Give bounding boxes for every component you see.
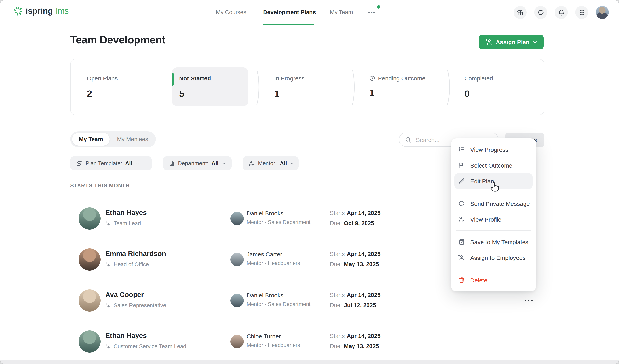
- employee-name[interactable]: Ava Cooper: [105, 291, 144, 299]
- sub-arrow-icon: [105, 344, 111, 349]
- stat-label: Open Plans: [87, 75, 118, 82]
- menu-item-assign-to-employees[interactable]: Assign to Employees: [451, 250, 536, 266]
- empty-value-dash: –: [447, 209, 450, 216]
- apps-grid-icon: [578, 9, 585, 15]
- due-date: Due:Oct 9, 2025: [330, 220, 374, 226]
- menu-divider: [456, 268, 531, 269]
- stat-label: Pending Outcome: [378, 75, 425, 82]
- tab-my-team[interactable]: My Team: [72, 133, 110, 145]
- mentor-subtitle: Mentor · Sales Department: [247, 301, 310, 307]
- pencil-icon: [458, 178, 465, 184]
- filter-plan-template[interactable]: Plan Template: All: [70, 156, 152, 170]
- ispring-flower-icon: [13, 6, 23, 16]
- flag-icon: [458, 162, 465, 169]
- menu-item-view-profile[interactable]: View Profile: [451, 211, 536, 227]
- employee-name[interactable]: Ethan Hayes: [105, 209, 147, 217]
- person-plus-icon: [458, 254, 465, 261]
- filter-value: All: [211, 160, 219, 167]
- stat-not-started-selected[interactable]: Not Started 5: [172, 68, 248, 106]
- menu-item-save-to-my-templates[interactable]: Save to My Templates: [451, 234, 536, 250]
- employee-avatar: [79, 208, 101, 229]
- empty-value-dash: –: [398, 332, 401, 339]
- filter-label: Department:: [178, 160, 208, 167]
- due-date: Due:May 13, 2025: [330, 343, 379, 350]
- due-date: Due:May 13, 2025: [330, 261, 379, 267]
- filter-mentor[interactable]: Mentor: All: [243, 156, 299, 170]
- building-icon: [169, 160, 175, 167]
- mentor-name: James Carter: [247, 251, 282, 257]
- gift-icon: [517, 9, 524, 16]
- employee-avatar: [79, 331, 101, 352]
- menu-item-delete[interactable]: Delete: [451, 272, 536, 288]
- stat-value: 1: [369, 87, 425, 98]
- menu-item-view-progress[interactable]: View Progress: [451, 141, 536, 157]
- profile-arrow-icon: [458, 216, 465, 223]
- chevron-down-icon: [533, 40, 537, 44]
- empty-value-dash: –: [398, 291, 401, 298]
- mentor-subtitle: Mentor · Headquarters: [247, 342, 300, 348]
- empty-value-dash: –: [447, 250, 450, 257]
- menu-divider: [456, 230, 531, 231]
- profile-avatar[interactable]: [596, 6, 609, 19]
- filter-value: All: [280, 160, 287, 167]
- stat-value: 5: [179, 88, 211, 99]
- row-actions-kebab-button[interactable]: [525, 300, 533, 301]
- employee-avatar: [79, 290, 101, 311]
- stat-label: In Progress: [274, 75, 304, 82]
- employee-role: Team Lead: [105, 220, 141, 226]
- assign-plan-button[interactable]: Assign Plan: [479, 35, 544, 49]
- stat-value: 1: [274, 88, 304, 99]
- apps-button[interactable]: [575, 6, 588, 19]
- chevron-down-icon: [290, 161, 295, 166]
- nav-my-courses[interactable]: My Courses: [216, 0, 246, 25]
- app-window: ispring lms My Courses Development Plans…: [0, 0, 619, 364]
- empty-value-dash: –: [447, 332, 450, 339]
- filter-label: Mentor:: [258, 160, 277, 167]
- page-title: Team Development: [70, 34, 165, 46]
- mentor-name: Chloe Turner: [247, 333, 281, 339]
- employee-name[interactable]: Ethan Hayes: [105, 332, 147, 340]
- notifications-button[interactable]: [555, 6, 568, 19]
- employee-name[interactable]: Emma Richardson: [105, 250, 166, 258]
- person-plus-icon: [485, 38, 492, 46]
- bell-icon: [558, 9, 565, 16]
- assign-plan-label: Assign Plan: [496, 39, 530, 45]
- nav-my-team[interactable]: My Team: [330, 0, 353, 25]
- progress-list-icon: [458, 146, 465, 153]
- active-nav-underline: [263, 24, 314, 25]
- chat-icon: [458, 200, 465, 207]
- stat-chevron-separator: [256, 69, 261, 105]
- employee-role: Customer Service Team Lead: [105, 343, 186, 350]
- window-bottom-strip: [0, 361, 619, 364]
- sub-arrow-icon: [105, 262, 111, 267]
- filter-label: Plan Template:: [86, 160, 122, 167]
- logo-text-ispring: ispring: [26, 6, 53, 16]
- route-icon: [76, 160, 83, 167]
- stat-pending-outcome[interactable]: Pending Outcome 1: [369, 75, 425, 98]
- sub-arrow-icon: [105, 303, 111, 308]
- starts-date: StartsApr 14, 2025: [330, 292, 380, 298]
- menu-item-select-outcome[interactable]: Select Outcome: [451, 157, 536, 173]
- stat-label: Completed: [464, 75, 493, 82]
- chat-icon: [537, 9, 544, 16]
- chevron-down-icon: [222, 161, 226, 166]
- stat-value: 2: [87, 88, 118, 99]
- stat-value: 0: [464, 88, 493, 99]
- menu-item-send-private-message[interactable]: Send Private Message: [451, 196, 536, 211]
- nav-more-button[interactable]: •••: [368, 0, 376, 25]
- messages-button[interactable]: [534, 6, 547, 19]
- nav-development-plans[interactable]: Development Plans: [263, 0, 316, 25]
- mentor-avatar: [230, 294, 244, 307]
- stat-open-plans[interactable]: Open Plans 2: [87, 75, 118, 99]
- starts-date: StartsApr 14, 2025: [330, 333, 380, 339]
- mentor-star-icon: [248, 160, 255, 167]
- stat-completed[interactable]: Completed 0: [464, 75, 493, 99]
- starts-date: StartsApr 14, 2025: [330, 210, 380, 216]
- gift-button[interactable]: [514, 6, 527, 19]
- scope-tabs: My Team My Mentees: [70, 131, 156, 147]
- stat-in-progress[interactable]: In Progress 1: [274, 75, 304, 99]
- tab-my-mentees[interactable]: My Mentees: [111, 133, 154, 145]
- ispring-logo[interactable]: ispring lms: [13, 6, 69, 16]
- filter-department[interactable]: Department: All: [163, 156, 232, 170]
- mouse-cursor-pointer: [489, 181, 501, 193]
